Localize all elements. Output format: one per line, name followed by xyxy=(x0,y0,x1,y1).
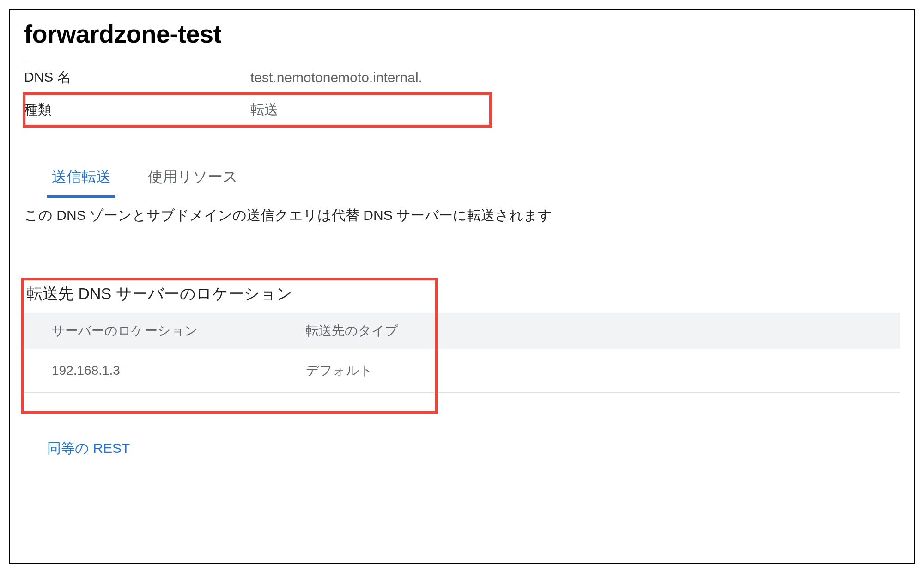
properties-table: DNS 名test.nemotonemoto.internal.種類転送 xyxy=(24,61,491,126)
zone-detail-panel: forwardzone-test DNS 名test.nemotonemoto.… xyxy=(9,9,915,564)
property-label: 種類 xyxy=(24,94,250,126)
tab-bar: 送信転送使用リソース xyxy=(24,158,900,198)
property-row: 種類転送 xyxy=(24,94,491,126)
property-value: 転送 xyxy=(250,94,491,126)
page-title: forwardzone-test xyxy=(24,19,900,48)
forwarding-section: 転送先 DNS サーバーのロケーション サーバーのロケーション 転送先のタイプ … xyxy=(24,280,900,411)
property-label: DNS 名 xyxy=(24,61,250,94)
forwarding-section-title: 転送先 DNS サーバーのロケーション xyxy=(24,283,900,305)
tab-used-resources[interactable]: 使用リソース xyxy=(143,158,243,198)
cell-forwarding-type: デフォルト xyxy=(278,349,900,393)
equivalent-rest-link[interactable]: 同等の REST xyxy=(24,439,900,458)
property-value: test.nemotonemoto.internal. xyxy=(250,61,491,94)
column-header-location: サーバーのロケーション xyxy=(24,313,278,349)
property-row: DNS 名test.nemotonemoto.internal. xyxy=(24,61,491,94)
table-row: 192.168.1.3デフォルト xyxy=(24,349,900,393)
tab-outbound-forwarding[interactable]: 送信転送 xyxy=(47,158,116,198)
column-header-type: 転送先のタイプ xyxy=(278,313,900,349)
tab-description: この DNS ゾーンとサブドメインの送信クエリは代替 DNS サーバーに転送され… xyxy=(24,206,900,225)
forwarding-table: サーバーのロケーション 転送先のタイプ 192.168.1.3デフォルト xyxy=(24,313,900,393)
cell-server-location: 192.168.1.3 xyxy=(24,349,278,393)
